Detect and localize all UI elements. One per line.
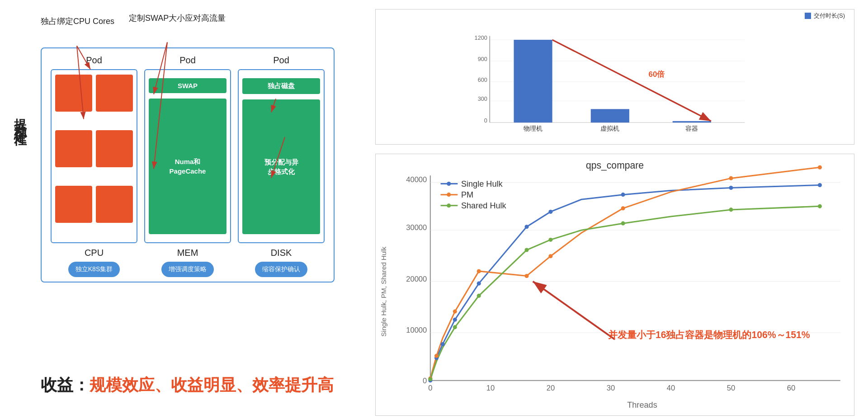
svg-text:Threads: Threads xyxy=(627,400,657,410)
mem-pod-box: SWAP Numa和PageCache xyxy=(144,69,231,243)
svg-point-49 xyxy=(477,282,481,286)
bar-wuli xyxy=(514,40,552,122)
svg-text:容器: 容器 xyxy=(685,125,698,132)
cpu-grid xyxy=(55,75,133,238)
svg-point-70 xyxy=(729,207,733,212)
svg-text:10: 10 xyxy=(486,384,495,392)
mem-bottom: MEM 增强调度策略 xyxy=(144,248,231,277)
cpu-square-5 xyxy=(55,186,92,223)
svg-text:PM: PM xyxy=(461,190,473,199)
bar-rongqi xyxy=(673,121,711,122)
architecture-diagram: Pod Pod xyxy=(41,47,335,282)
cpu-square-2 xyxy=(96,75,133,112)
right-charts: 交付时长(S) 0 300 600 900 1200 物理 xyxy=(357,9,854,410)
cpu-square-6 xyxy=(96,186,133,223)
mem-pod-label: Pod xyxy=(179,55,196,66)
svg-text:600: 600 xyxy=(478,76,487,83)
svg-point-76 xyxy=(447,193,451,197)
bar-legend: 交付时长(S) xyxy=(805,12,845,20)
svg-text:0: 0 xyxy=(484,117,487,124)
k8s-pill: 独立K8S集群 xyxy=(68,262,120,277)
cpu-column: Pod xyxy=(51,55,137,243)
cpu-square-1 xyxy=(55,75,92,112)
svg-point-59 xyxy=(524,274,528,278)
svg-text:20: 20 xyxy=(547,384,555,392)
cpu-pod-label: Pod xyxy=(86,55,102,66)
svg-text:1200: 1200 xyxy=(475,34,487,41)
bar-legend-square xyxy=(805,13,811,19)
ann-swap: 定制SWAP大小应对高流量 xyxy=(129,13,226,24)
svg-point-66 xyxy=(477,294,481,298)
svg-point-65 xyxy=(453,325,457,329)
bar-legend-label: 交付时长(S) xyxy=(814,12,845,20)
bar-xuni xyxy=(591,109,629,122)
line-chart-svg: qps_compare Single Hulk, PM, Shared Hulk… xyxy=(376,154,854,415)
svg-point-68 xyxy=(548,238,552,242)
svg-point-51 xyxy=(548,210,552,214)
cpu-pod-box xyxy=(51,69,137,243)
mem-label: MEM xyxy=(177,248,198,258)
shared-hulk-line xyxy=(430,206,820,379)
disk-inner: 独占磁盘 预分配与异步格式化 xyxy=(242,75,320,238)
mem-inner: SWAP Numa和PageCache xyxy=(149,75,226,238)
bottom-highlight: 规模效应、收益明显、效率提升高 xyxy=(90,376,334,394)
resource-label-row: CPU 独立K8S集群 MEM 增强调度策略 DISK 缩容保护确认 xyxy=(51,248,325,277)
svg-point-56 xyxy=(434,354,439,358)
bar-chart-svg: 0 300 600 900 1200 物理机 虚拟机 xyxy=(376,9,854,144)
line-chart-container: qps_compare Single Hulk, PM, Shared Hulk… xyxy=(375,154,854,416)
disk-pod-box: 独占磁盘 预分配与异步格式化 xyxy=(238,69,325,243)
bottom-prefix: 收益： xyxy=(41,376,90,394)
svg-text:30000: 30000 xyxy=(406,223,427,232)
svg-text:900: 900 xyxy=(478,56,487,62)
svg-line-22 xyxy=(552,40,711,121)
swap-box: SWAP xyxy=(149,78,226,93)
cpu-label: CPU xyxy=(85,248,104,258)
svg-point-73 xyxy=(447,182,451,186)
svg-text:物理机: 物理机 xyxy=(524,125,542,132)
svg-text:Shared Hulk: Shared Hulk xyxy=(461,201,507,210)
ann-cpu-cores: 独占绑定CPU Cores xyxy=(41,16,114,27)
svg-point-48 xyxy=(453,318,457,322)
single-hulk-line xyxy=(430,185,820,380)
svg-text:0: 0 xyxy=(423,377,427,385)
svg-text:30: 30 xyxy=(607,384,615,392)
svg-text:并发量小于16独占容器是物理机的106%～151%: 并发量小于16独占容器是物理机的106%～151% xyxy=(608,330,810,340)
svg-point-50 xyxy=(524,225,528,229)
svg-text:qps_compare: qps_compare xyxy=(586,160,644,171)
svg-point-60 xyxy=(548,254,552,258)
svg-point-57 xyxy=(453,310,457,314)
schedule-pill: 增强调度策略 xyxy=(161,262,214,277)
svg-text:60倍: 60倍 xyxy=(649,70,665,79)
vertical-label: 提升稳定性 xyxy=(14,108,26,127)
prealloc-box: 预分配与异步格式化 xyxy=(242,99,320,234)
svg-point-63 xyxy=(818,165,822,169)
mem-column: Pod SWAP Numa和PageCache xyxy=(144,55,231,243)
svg-point-53 xyxy=(729,186,733,190)
svg-point-61 xyxy=(621,206,625,210)
disk-column: Pod 独占磁盘 预分配与异步格式化 xyxy=(238,55,325,243)
disk-label: DISK xyxy=(271,248,292,258)
svg-text:50: 50 xyxy=(727,384,735,392)
svg-point-62 xyxy=(729,176,733,180)
svg-text:0: 0 xyxy=(428,384,432,392)
svg-point-54 xyxy=(818,183,822,187)
svg-text:Single Hulk, PM, Shared Hulk: Single Hulk, PM, Shared Hulk xyxy=(380,246,387,336)
shrink-pill: 缩容保护确认 xyxy=(255,262,307,277)
svg-text:60: 60 xyxy=(787,384,795,392)
cpu-bottom: CPU 独立K8S集群 xyxy=(51,248,137,277)
svg-point-47 xyxy=(441,342,445,346)
exclusive-disk-box: 独占磁盘 xyxy=(242,78,320,94)
numa-pagecache-box: Numa和PageCache xyxy=(149,99,226,234)
disk-bottom: DISK 缩容保护确认 xyxy=(238,248,325,277)
bottom-text: 收益：规模效应、收益明显、效率提升高 xyxy=(41,374,334,396)
svg-text:40000: 40000 xyxy=(406,175,427,184)
svg-line-82 xyxy=(533,282,615,339)
disk-pod-label: Pod xyxy=(273,55,289,66)
svg-point-79 xyxy=(447,203,451,207)
svg-text:20000: 20000 xyxy=(406,275,427,283)
svg-point-58 xyxy=(477,269,481,273)
svg-text:40: 40 xyxy=(667,384,675,392)
svg-point-69 xyxy=(621,221,625,226)
svg-point-71 xyxy=(818,204,822,208)
svg-text:Single Hulk: Single Hulk xyxy=(461,179,503,188)
